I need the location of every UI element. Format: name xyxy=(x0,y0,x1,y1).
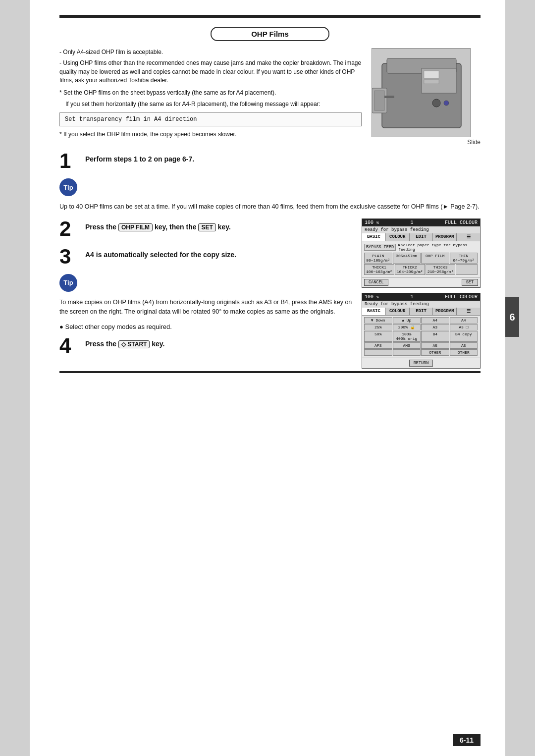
machine-svg xyxy=(372,49,471,137)
bypass-desc: ►Select paper type for bypass feeding xyxy=(398,243,478,252)
step-1-bold: Perform steps 1 to 2 on page 6-7. xyxy=(85,155,194,163)
svg-point-9 xyxy=(432,99,440,107)
p2-a3-1[interactable]: A3 xyxy=(421,324,449,330)
panel2-header-right: FULL COLOUR xyxy=(445,294,478,300)
p2-row-1: ▼ Down ▲ Up A4 A4 xyxy=(364,317,478,324)
svg-rect-4 xyxy=(424,71,439,78)
set-button[interactable]: SET xyxy=(462,279,478,286)
tab-basic-2[interactable]: BASIC xyxy=(362,308,386,315)
step-number-4: 4 xyxy=(59,335,79,356)
panel2-footer: RETURN xyxy=(362,358,480,368)
tab-menu-2[interactable]: ☰ xyxy=(457,308,480,315)
step-1-title: Perform steps 1 to 2 on page 6-7. xyxy=(85,155,481,164)
page: OHP Films - Only A4-sized OHP film is ac… xyxy=(30,0,505,756)
message-box: Set transparency film in A4 direction xyxy=(59,112,362,126)
step-3-content: A4 is automatically selected for the cop… xyxy=(85,246,357,260)
p2-empty2 xyxy=(393,349,421,356)
top-rule xyxy=(59,15,481,18)
step-number-1: 1 xyxy=(59,151,79,171)
p2-down[interactable]: ▼ Down xyxy=(364,317,392,324)
p2-b4-1[interactable]: B4 xyxy=(421,331,449,342)
svg-rect-8 xyxy=(384,96,394,98)
p2-100-400[interactable]: 100%400% orig xyxy=(393,331,421,342)
p2-up[interactable]: ▲ Up xyxy=(393,317,421,324)
tip-badge-1: Tip xyxy=(59,178,77,196)
p2-other-2[interactable]: OTHER xyxy=(450,349,478,356)
cell-ohp[interactable]: OHP FILM xyxy=(421,253,449,264)
cell-thick1[interactable]: THICK1106~163g/m² xyxy=(364,264,394,275)
step-number-3: 3 xyxy=(59,246,79,267)
star-note-1: * Set the OHP films on the sheet bypass … xyxy=(59,89,362,97)
p2-a5-1[interactable]: A5 xyxy=(421,342,449,349)
ohp-layout: - Only A4-sized OHP film is acceptable. … xyxy=(59,48,481,146)
indent-note-1: If you set them horizontally (the same a… xyxy=(59,100,362,108)
cell-thick2[interactable]: THICK2164~209g/m² xyxy=(395,264,425,275)
tab-edit-1[interactable]: EDIT xyxy=(410,233,433,241)
panel2-body: ▼ Down ▲ Up A4 A4 25% 200% 🔒 A3 A3 □ 50%… xyxy=(362,316,480,358)
slide-label: Slide xyxy=(372,139,481,146)
p2-row-5: OTHER OTHER xyxy=(364,349,478,356)
panel1-body: BYPASS FEED ►Select paper type for bypas… xyxy=(362,241,480,277)
panel1-status: Ready for bypass feeding xyxy=(362,226,480,233)
tab-edit-2[interactable]: EDIT xyxy=(410,308,433,315)
svg-rect-7 xyxy=(374,91,384,110)
bullet-1: - Only A4-sized OHP film is acceptable. xyxy=(59,48,362,56)
tab-program-1[interactable]: PROGRAM xyxy=(433,233,457,241)
step-3-title: A4 is automatically selected for the cop… xyxy=(85,250,357,260)
tab-colour-2[interactable]: COLOUR xyxy=(386,308,410,315)
panel2-header: 100 % 1 FULL COLOUR xyxy=(362,293,480,301)
page-number: 6-11 xyxy=(453,734,481,746)
panel1-header-center: 1 xyxy=(410,220,413,225)
p2-a3-2[interactable]: A3 □ xyxy=(450,324,478,330)
step-2: 2 Press the OHP FILM key, then the SET k… xyxy=(59,218,357,239)
p2-200[interactable]: 200% 🔒 xyxy=(393,324,421,330)
cell-empty xyxy=(456,264,478,275)
p2-50[interactable]: 50% xyxy=(364,331,392,342)
step-3: 3 A4 is automatically selected for the c… xyxy=(59,246,357,267)
paper-row-1: PLAIN80~105g/m² 305×457mm OHP FILM THIN6… xyxy=(364,253,478,264)
p2-aps[interactable]: APS xyxy=(364,342,392,349)
p2-a4-2[interactable]: A4 xyxy=(450,317,478,324)
cell-plain[interactable]: PLAIN80~105g/m² xyxy=(364,253,392,264)
panel1-header-right: FULL COLOUR xyxy=(445,220,478,225)
ohp-text-column: - Only A4-sized OHP film is acceptable. … xyxy=(59,48,362,146)
panel1-footer: CANCEL SET xyxy=(362,277,480,287)
bypass-row: BYPASS FEED ►Select paper type for bypas… xyxy=(364,243,478,252)
step-1: 1 Perform steps 1 to 2 on page 6-7. xyxy=(59,151,481,171)
tip-badge-2: Tip xyxy=(59,274,77,292)
panel2-tabs: BASIC COLOUR EDIT PROGRAM ☰ xyxy=(362,308,480,316)
tip-section-1: Tip Up to 40 OHP films can be set at a t… xyxy=(59,178,481,212)
p2-a4-1[interactable]: A4 xyxy=(421,317,449,324)
step-2-title: Press the OHP FILM key, then the SET key… xyxy=(85,222,357,232)
p2-b4-2[interactable]: B4 copy xyxy=(450,331,478,342)
p2-ams[interactable]: AMS xyxy=(393,342,421,349)
set-key: SET xyxy=(198,223,215,231)
bypass-label: BYPASS FEED xyxy=(364,244,396,251)
steps-left: 2 Press the OHP FILM key, then the SET k… xyxy=(59,218,357,267)
tab-program-2[interactable]: PROGRAM xyxy=(433,308,457,315)
p2-a5-2[interactable]: A5 xyxy=(450,342,478,349)
return-button[interactable]: RETURN xyxy=(409,360,433,367)
tab-colour-1[interactable]: COLOUR xyxy=(386,233,410,241)
star-note-2: * If you select the OHP film mode, the c… xyxy=(59,130,362,139)
main-content: 2 Press the OHP FILM key, then the SET k… xyxy=(59,218,481,267)
ohp-image-column: Slide xyxy=(372,48,481,146)
machine-image-inner xyxy=(372,49,470,137)
cell-thick3[interactable]: THICK3210~256g/m² xyxy=(426,264,456,275)
p2-empty1 xyxy=(364,349,392,356)
machine-image xyxy=(372,48,471,137)
p2-row-2: 25% 200% 🔒 A3 A3 □ xyxy=(364,324,478,330)
tab-basic-1[interactable]: BASIC xyxy=(362,233,386,241)
cell-305[interactable]: 305×457mm xyxy=(393,253,421,264)
p2-other-1[interactable]: OTHER xyxy=(421,349,449,356)
chapter-tab: 6 xyxy=(505,297,519,337)
panel1-tabs: BASIC COLOUR EDIT PROGRAM ☰ xyxy=(362,233,480,241)
svg-point-10 xyxy=(444,101,449,106)
cell-thin[interactable]: THIN64~79g/m² xyxy=(450,253,478,264)
cancel-button[interactable]: CANCEL xyxy=(364,279,388,286)
svg-rect-5 xyxy=(424,80,439,84)
p2-25[interactable]: 25% xyxy=(364,324,392,330)
step-1-content: Perform steps 1 to 2 on page 6-7. xyxy=(85,151,481,164)
tab-menu-1[interactable]: ☰ xyxy=(457,233,480,241)
tip-text-1: Up to 40 OHP films can be set at a time.… xyxy=(59,202,481,212)
